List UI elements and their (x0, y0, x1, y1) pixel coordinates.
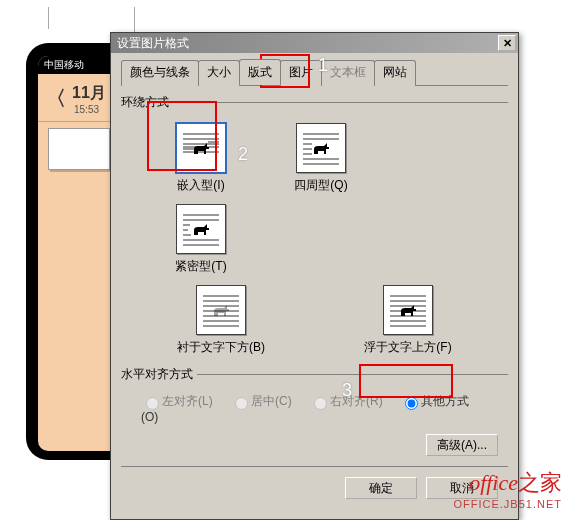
time-label: 15:53 (74, 104, 106, 115)
back-icon: 〈 (46, 85, 66, 112)
wrap-options-row2: 衬于文字下方(B) 浮于文字上方(F) (121, 285, 508, 366)
dog-icon (212, 304, 232, 318)
align-group-label: 水平对齐方式 (121, 366, 197, 383)
close-icon: ✕ (503, 37, 512, 50)
align-options: 左对齐(L) 居中(C) 右对齐(R) 其他方式(O) (121, 389, 508, 434)
tab-bar: 颜色与线条 大小 版式 图片 文本框 网站 (121, 59, 508, 86)
wrap-front-option[interactable] (383, 285, 433, 335)
wrap-group: 环绕方式 (121, 94, 508, 111)
dog-icon (399, 304, 419, 318)
wrap-inline-option[interactable] (176, 123, 226, 173)
wrap-square-option[interactable] (296, 123, 346, 173)
wrap-behind-item: 衬于文字下方(B) (151, 285, 291, 356)
tab-web[interactable]: 网站 (374, 60, 416, 86)
align-left-radio (146, 397, 159, 410)
tab-colors[interactable]: 颜色与线条 (121, 60, 199, 86)
wrap-square-label: 四周型(Q) (261, 177, 381, 194)
dialog-titlebar[interactable]: 设置图片格式 ✕ (111, 33, 518, 53)
wrap-tight-option[interactable] (176, 204, 226, 254)
wrap-options-row1: 嵌入型(I) 四周型(Q) 紧密型(T) (121, 117, 508, 285)
wrap-inline-item: 嵌入型(I) (141, 123, 261, 194)
wrap-tight-item: 紧密型(T) (141, 204, 261, 275)
dog-icon (192, 223, 212, 237)
wrap-behind-option[interactable] (196, 285, 246, 335)
align-other-radio[interactable] (405, 397, 418, 410)
ok-button[interactable]: 确定 (345, 477, 417, 499)
wrap-tight-label: 紧密型(T) (141, 258, 261, 275)
dog-icon (192, 142, 212, 156)
watermark-text-2: 之家 (518, 470, 562, 495)
watermark-url: OFFICE.JB51.NET (453, 498, 562, 510)
carrier-label: 中国移动 (44, 59, 84, 70)
tab-size[interactable]: 大小 (198, 60, 240, 86)
format-picture-dialog: 设置图片格式 ✕ 颜色与线条 大小 版式 图片 文本框 网站 环绕方式 嵌入型(… (110, 32, 519, 520)
wrap-behind-label: 衬于文字下方(B) (151, 339, 291, 356)
wrap-square-item: 四周型(Q) (261, 123, 381, 194)
wrap-group-label: 环绕方式 (121, 94, 173, 111)
align-group: 水平对齐方式 (121, 366, 508, 383)
wrap-front-item: 浮于文字上方(F) (338, 285, 478, 356)
close-button[interactable]: ✕ (498, 35, 516, 51)
dog-icon (312, 142, 332, 156)
align-right-radio (314, 397, 327, 410)
dialog-title: 设置图片格式 (117, 35, 189, 52)
ruler-guide (48, 7, 135, 29)
watermark: office之家 OFFICE.JB51.NET (453, 468, 562, 510)
note-thumb (48, 128, 110, 170)
wrap-front-label: 浮于文字上方(F) (338, 339, 478, 356)
align-left-option: 左对齐(L) (141, 394, 213, 408)
advanced-row: 高级(A)... (121, 434, 508, 462)
tab-textbox: 文本框 (321, 60, 375, 86)
tab-layout[interactable]: 版式 (239, 59, 281, 85)
dialog-buttons: 确定 取消 (121, 471, 508, 509)
align-center-option: 居中(C) (230, 394, 292, 408)
tab-picture[interactable]: 图片 (280, 60, 322, 86)
month-label: 11月 (72, 83, 106, 104)
advanced-button[interactable]: 高级(A)... (426, 434, 498, 456)
align-center-radio (235, 397, 248, 410)
watermark-text-1: office (469, 470, 518, 495)
wrap-inline-label: 嵌入型(I) (141, 177, 261, 194)
align-right-option: 右对齐(R) (309, 394, 383, 408)
